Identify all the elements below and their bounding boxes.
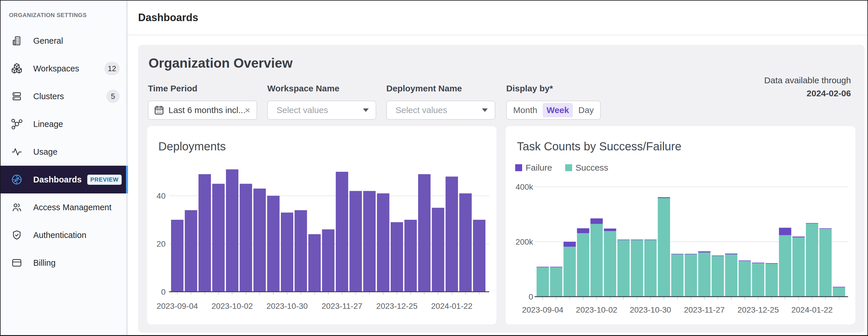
svg-text:400k: 400k [516,183,533,191]
svg-text:0: 0 [528,292,533,301]
deployment-select[interactable]: Select values [386,101,495,120]
sidebar-title: ORGANIZATION SETTINGS [9,12,87,19]
sidebar-item-label: Authentication [33,230,86,240]
time-period-filter: Time Period Last 6 months incl... × [148,84,257,120]
organization-overview-card: Organization Overview Time Period Last 6… [138,45,865,333]
sidebar-item-general[interactable]: General [1,27,126,55]
count-badge: 12 [104,62,120,75]
sidebar-nav: GeneralWorkspaces12Clusters5LineageUsage… [1,27,126,277]
svg-text:2023-09-04: 2023-09-04 [157,302,198,311]
svg-text:40: 40 [157,191,165,200]
svg-text:2023-10-02: 2023-10-02 [212,302,253,311]
sidebar-item-dashboards[interactable]: DashboardsPREVIEW [1,166,126,193]
display-by-option-month[interactable]: Month [509,103,541,117]
display-by-option-day[interactable]: Day [575,103,598,117]
chevron-down-icon [482,108,488,112]
time-period-input[interactable]: Last 6 months incl... × [148,101,257,120]
sidebar-item-label: Dashboards [33,175,82,185]
sidebar-item-authentication[interactable]: Authentication [1,221,126,249]
display-by-filter: Display by* Month Week Day [506,84,601,120]
sidebar-item-label: Usage [33,147,58,157]
lineage-icon [10,118,23,131]
time-period-label: Time Period [148,84,257,95]
app-window: ORGANIZATION SETTINGS GeneralWorkspaces1… [0,0,868,336]
sidebar-item-lineage[interactable]: Lineage [1,110,126,138]
svg-text:200k: 200k [516,237,533,246]
sidebar-item-clusters[interactable]: Clusters5 [1,82,126,110]
svg-text:2023-11-27: 2023-11-27 [321,302,362,311]
chevron-down-icon [363,108,369,112]
display-by-label: Display by* [506,84,601,95]
task-counts-chart-card: Task Counts by Success/Failure Failure S… [506,126,855,325]
page-title: Dashboards [138,11,198,24]
sidebar-item-label: General [33,36,63,46]
pulse-icon [10,145,23,158]
preview-badge: PREVIEW [87,175,122,185]
svg-text:2023-10-30: 2023-10-30 [267,302,308,311]
building-icon [10,34,23,47]
deployment-filter: Deployment Name Select values [386,84,495,120]
svg-text:2024-01-22: 2024-01-22 [431,302,472,311]
count-badge: 5 [106,90,120,103]
active-item-indicator [126,166,128,193]
sidebar-item-workspaces[interactable]: Workspaces12 [1,55,126,82]
svg-text:20: 20 [157,240,165,248]
servers-icon [10,90,23,103]
compass-icon [10,173,23,186]
svg-text:0: 0 [161,287,165,297]
deployment-label: Deployment Name [386,84,495,95]
sidebar-item-access-management[interactable]: Access Management [1,193,126,221]
svg-text:2023-10-30: 2023-10-30 [630,305,671,314]
clear-time-period-icon[interactable]: × [245,105,250,116]
sidebar-item-usage[interactable]: Usage [1,138,126,166]
deployments-chart-card: Deployments 020402023-09-042023-10-02202… [147,126,496,325]
data-available-label: Data available through [764,74,851,87]
sidebar-item-label: Access Management [33,203,112,212]
shield-icon [10,229,23,242]
svg-text:2024-01-22: 2024-01-22 [792,305,833,314]
svg-text:2023-12-25: 2023-12-25 [376,302,417,311]
svg-text:2023-10-02: 2023-10-02 [576,305,617,314]
workspace-placeholder: Select values [277,105,328,115]
card-icon [10,256,23,269]
time-period-value: Last 6 months incl... [168,105,245,115]
display-by-segmented: Month Week Day [506,101,601,120]
task-counts-chart: 0200k400k2023-09-042023-10-022023-10-302… [506,126,855,325]
people-icon [10,201,23,214]
data-available-through: Data available through 2024-02-06 [764,74,851,100]
sidebar-item-label: Lineage [33,119,63,129]
calendar-icon [154,105,164,116]
svg-text:2023-09-04: 2023-09-04 [522,305,563,314]
deployments-chart: 020402023-09-042023-10-022023-10-302023-… [147,126,496,325]
sidebar-item-label: Clusters [33,92,64,101]
svg-text:2023-11-27: 2023-11-27 [684,305,725,314]
cubes-icon [10,62,23,75]
display-by-option-week[interactable]: Week [542,103,573,117]
sidebar-item-label: Billing [33,258,56,268]
workspace-select[interactable]: Select values [267,101,376,120]
svg-text:2023-12-25: 2023-12-25 [737,305,779,314]
deployment-placeholder: Select values [396,105,447,115]
workspace-label: Workspace Name [267,84,376,95]
top-bar: Dashboards [128,1,867,35]
sidebar: ORGANIZATION SETTINGS GeneralWorkspaces1… [1,1,126,335]
sidebar-item-label: Workspaces [33,64,79,74]
overview-title: Organization Overview [149,55,292,71]
workspace-filter: Workspace Name Select values [267,84,376,120]
data-available-date: 2024-02-06 [764,87,851,100]
sidebar-item-billing[interactable]: Billing [1,249,126,277]
main-area: Dashboards Organization Overview Time Pe… [128,1,867,335]
